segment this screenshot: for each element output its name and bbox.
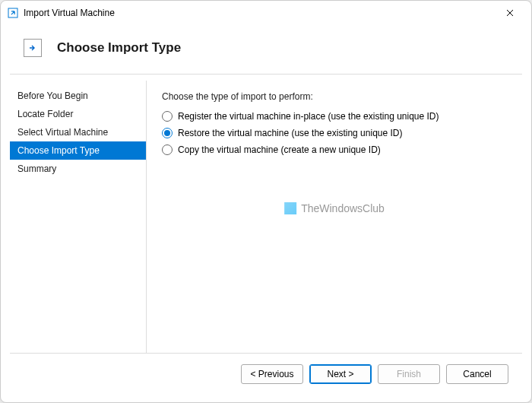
wizard-window: Import Virtual Machine Choose Import Typ…	[0, 0, 532, 403]
instruction-text: Choose the type of import to perform:	[162, 91, 507, 102]
next-button[interactable]: Next >	[309, 364, 372, 384]
finish-button: Finish	[378, 364, 440, 384]
watermark-icon	[284, 202, 296, 214]
radio-label: Restore the virtual machine (use the exi…	[178, 128, 402, 138]
close-button[interactable]	[495, 2, 525, 24]
wizard-body: Before You Begin Locate Folder Select Vi…	[1, 75, 531, 353]
radio-register-in-place[interactable]: Register the virtual machine in-place (u…	[162, 111, 507, 122]
wizard-header: Choose Import Type	[1, 25, 531, 74]
window-title: Import Virtual Machine	[24, 8, 495, 18]
radio-icon	[162, 128, 173, 138]
watermark-text: TheWindowsClub	[301, 202, 385, 214]
watermark: TheWindowsClub	[284, 202, 385, 214]
radio-copy[interactable]: Copy the virtual machine (create a new u…	[162, 144, 507, 155]
titlebar: Import Virtual Machine	[1, 1, 531, 25]
cancel-button[interactable]: Cancel	[446, 364, 508, 384]
app-icon	[7, 7, 19, 19]
wizard-footer: < Previous Next > Finish Cancel	[10, 353, 522, 395]
page-title: Choose Import Type	[57, 40, 181, 56]
radio-icon	[162, 111, 173, 122]
sidebar-item-before-you-begin[interactable]: Before You Begin	[10, 87, 146, 105]
sidebar-item-summary[interactable]: Summary	[10, 160, 146, 178]
import-icon	[24, 39, 42, 57]
radio-label: Copy the virtual machine (create a new u…	[178, 144, 381, 155]
previous-button[interactable]: < Previous	[241, 364, 303, 384]
sidebar-item-choose-import-type[interactable]: Choose Import Type	[10, 141, 146, 160]
sidebar-item-select-vm[interactable]: Select Virtual Machine	[10, 123, 146, 141]
radio-restore[interactable]: Restore the virtual machine (use the exi…	[162, 128, 507, 138]
import-type-group: Register the virtual machine in-place (u…	[162, 111, 507, 155]
sidebar: Before You Begin Locate Folder Select Vi…	[10, 81, 147, 353]
content-panel: Choose the type of import to perform: Re…	[147, 81, 522, 353]
sidebar-item-locate-folder[interactable]: Locate Folder	[10, 105, 146, 123]
radio-icon	[162, 144, 173, 155]
radio-label: Register the virtual machine in-place (u…	[178, 111, 439, 122]
